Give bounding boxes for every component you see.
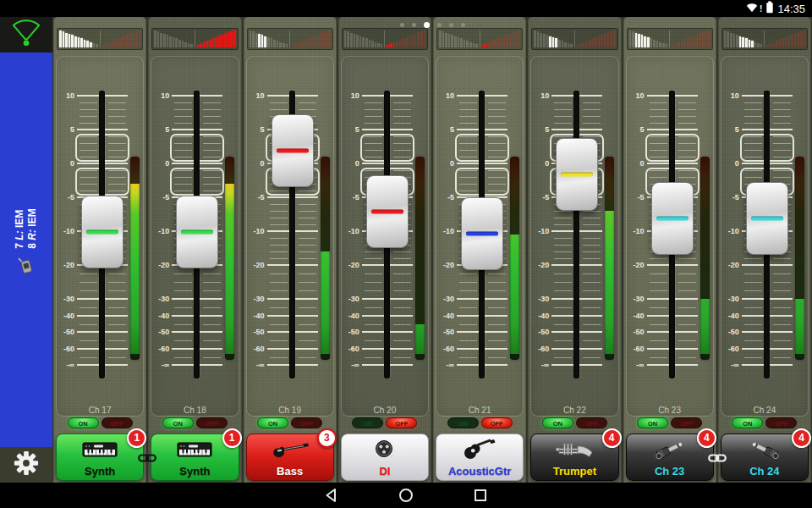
channel-name-button[interactable]: Bass 3 bbox=[246, 433, 334, 481]
channel-number-label: Ch 21 bbox=[433, 406, 526, 415]
channel-onoff-row: ON OFF bbox=[244, 417, 337, 428]
meter-unlit-region bbox=[510, 157, 519, 235]
channel-on-button[interactable]: ON bbox=[162, 417, 194, 428]
mixer-app-screen: ! 14:35 7 L: IEM 8 R: IEM bbox=[0, 0, 812, 508]
fader-area: 1050-5-10-20-30-40-50-60-∞ bbox=[530, 56, 618, 417]
meter-unlit-region bbox=[130, 157, 140, 184]
fader-area: 1050-5-10-20-30-40-50-60-∞ bbox=[626, 56, 714, 417]
level-meter bbox=[130, 157, 140, 360]
stereo-link-icon[interactable] bbox=[708, 451, 727, 461]
fader-handle[interactable] bbox=[366, 175, 409, 248]
channel-name-label: Bass bbox=[247, 465, 333, 478]
dynamics-meter bbox=[247, 28, 333, 50]
gate-meter bbox=[629, 30, 668, 47]
dynamics-meter bbox=[436, 28, 523, 50]
fader-handle-line bbox=[277, 149, 309, 153]
channel-number-label: Ch 23 bbox=[623, 406, 716, 415]
level-meter bbox=[321, 157, 330, 360]
channel-off-button[interactable]: OFF bbox=[671, 417, 702, 428]
home-button[interactable] bbox=[398, 488, 414, 503]
level-meter bbox=[605, 157, 614, 360]
stereo-link-icon[interactable] bbox=[138, 451, 156, 461]
channel-onoff-row: ON OFF bbox=[433, 417, 526, 428]
channel-strip: 1050-5-10-20-30-40-50-60-∞ Ch 23 ON OFF … bbox=[623, 17, 716, 483]
page-dot bbox=[461, 23, 465, 27]
settings-button[interactable] bbox=[0, 447, 52, 483]
xlr-icon bbox=[342, 436, 428, 463]
back-button[interactable] bbox=[324, 488, 339, 503]
channel-off-button[interactable]: OFF bbox=[291, 417, 322, 428]
comp-meter bbox=[669, 30, 710, 47]
channel-on-button[interactable]: ON bbox=[637, 417, 668, 428]
channel-name-button[interactable]: AcousticGtr bbox=[436, 433, 524, 481]
comp-meter bbox=[289, 30, 331, 47]
channel-off-button[interactable]: OFF bbox=[481, 417, 513, 428]
clock: 14:35 bbox=[777, 3, 805, 15]
channel-number-label: Ch 20 bbox=[338, 406, 431, 415]
channel-name-button[interactable]: Synth 1 bbox=[56, 433, 144, 481]
channel-name-button[interactable]: Ch 24 4 bbox=[721, 433, 809, 481]
meter-unlit-region bbox=[700, 157, 710, 299]
channel-on-button[interactable]: ON bbox=[447, 417, 479, 428]
channel-on-button[interactable]: ON bbox=[732, 417, 763, 428]
dynamics-meter bbox=[342, 28, 428, 50]
fader-handle[interactable] bbox=[272, 114, 314, 187]
dynamics-meter bbox=[151, 28, 238, 50]
channel-name-label: Synth bbox=[57, 465, 143, 478]
channel-name-button[interactable]: Trumpet 4 bbox=[530, 433, 618, 481]
android-nav-bar bbox=[0, 483, 812, 508]
fader-handle-line bbox=[86, 230, 118, 235]
android-status-bar: ! 14:35 bbox=[0, 0, 812, 17]
channel-name-label: Ch 24 bbox=[721, 465, 808, 478]
fader-handle-line bbox=[371, 210, 403, 214]
mix-tab-iem[interactable]: 7 L: IEM 8 R: IEM bbox=[0, 52, 52, 447]
channel-on-button[interactable]: ON bbox=[257, 417, 288, 428]
channel-name-button[interactable]: Ch 23 4 bbox=[626, 433, 714, 481]
level-meter bbox=[510, 157, 519, 360]
fader-handle[interactable] bbox=[651, 182, 694, 255]
sidebar: 7 L: IEM 8 R: IEM bbox=[0, 17, 52, 483]
fader-handle[interactable] bbox=[81, 196, 123, 268]
page-dot bbox=[400, 23, 404, 27]
fader-track[interactable] bbox=[573, 91, 579, 378]
channel-name-button[interactable]: Synth 1 bbox=[151, 433, 239, 481]
fader-handle[interactable] bbox=[556, 138, 598, 211]
fader-handle-line bbox=[466, 232, 498, 236]
channel-strip: 1050-5-10-20-30-40-50-60-∞ Ch 18 ON OFF … bbox=[148, 17, 241, 483]
fader-handle[interactable] bbox=[461, 197, 503, 270]
recents-button[interactable] bbox=[473, 488, 488, 503]
fader-area: 1050-5-10-20-30-40-50-60-∞ bbox=[151, 56, 239, 417]
channel-onoff-row: ON OFF bbox=[623, 417, 716, 428]
battery-icon bbox=[765, 1, 774, 17]
channel-off-button[interactable]: OFF bbox=[102, 417, 133, 428]
channel-on-button[interactable]: ON bbox=[68, 417, 99, 428]
channel-off-button[interactable]: OFF bbox=[386, 417, 417, 428]
channel-count-badge: 1 bbox=[127, 428, 146, 448]
comp-meter bbox=[384, 30, 425, 47]
meter-unlit-region bbox=[605, 157, 614, 211]
page-dot bbox=[412, 23, 416, 27]
meter-unlit-region bbox=[795, 157, 804, 299]
channel-on-button[interactable]: ON bbox=[542, 417, 573, 428]
comp-meter bbox=[480, 30, 521, 47]
channel-number-label: Ch 24 bbox=[718, 406, 811, 415]
comp-meter bbox=[100, 30, 141, 47]
channel-count-badge: 1 bbox=[222, 428, 242, 448]
wifi-signal-icon bbox=[4, 17, 48, 52]
comp-meter bbox=[574, 30, 616, 47]
channel-strip: 1050-5-10-20-30-40-50-60-∞ Ch 19 ON OFF … bbox=[244, 17, 337, 483]
dynamics-meter bbox=[627, 28, 713, 50]
page-indicator bbox=[52, 20, 812, 29]
channel-off-button[interactable]: OFF bbox=[765, 417, 797, 428]
fader-handle[interactable] bbox=[746, 182, 788, 255]
fader-handle[interactable] bbox=[176, 196, 218, 268]
wifi-exclamation: ! bbox=[760, 4, 762, 14]
channel-on-button[interactable]: ON bbox=[352, 417, 383, 428]
channel-name-button[interactable]: DI bbox=[341, 433, 429, 481]
channel-count-badge: 4 bbox=[792, 428, 811, 448]
channel-count-badge: 4 bbox=[697, 428, 716, 448]
channel-off-button[interactable]: OFF bbox=[196, 417, 228, 428]
network-status-button[interactable] bbox=[0, 17, 52, 52]
channel-number-label: Ch 22 bbox=[528, 406, 621, 415]
channel-off-button[interactable]: OFF bbox=[576, 417, 607, 428]
